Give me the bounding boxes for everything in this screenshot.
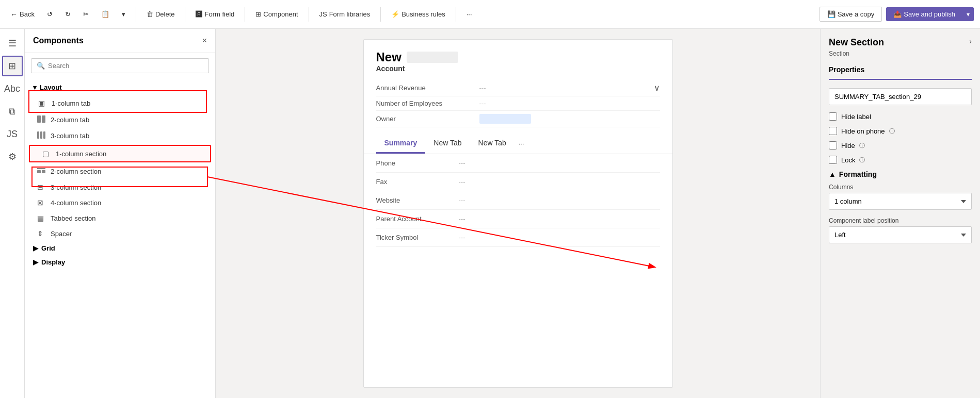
phone-label: Phone: [376, 159, 459, 167]
display-collapse-icon: ▶: [33, 258, 38, 266]
columns-label: Columns: [829, 184, 972, 191]
redo-button[interactable]: ↻: [61, 8, 75, 20]
form-field-icon: 🅰: [196, 10, 202, 18]
hide-checkbox[interactable]: [829, 141, 837, 150]
cut-button[interactable]: ✂: [79, 8, 93, 20]
component-1col-section[interactable]: ▢ 1-column section: [29, 145, 211, 162]
svg-rect-5: [37, 168, 45, 169]
section-name-input[interactable]: [829, 88, 972, 105]
hide-info-icon: ⓘ: [859, 142, 865, 150]
form-libraries-button[interactable]: JS Form libraries: [315, 8, 375, 20]
tree-icon-button[interactable]: ⚙: [2, 146, 23, 167]
component-1col-tab[interactable]: ▣ 1-column tab: [25, 94, 215, 112]
3col-section-label: 3-column section: [51, 184, 101, 191]
1col-section-label: 1-column section: [56, 150, 106, 158]
save-publish-dropdown-button[interactable]: ▾: [962, 7, 974, 21]
owner-value: [479, 114, 531, 124]
js-icon-button[interactable]: JS: [2, 124, 23, 144]
components-panel: Components × 🔍 ▾ Layout ▣ 1-column tab: [25, 29, 216, 398]
svg-rect-7: [42, 170, 45, 173]
component-label-position-select[interactable]: Left Right Center: [829, 226, 972, 243]
svg-rect-2: [37, 131, 39, 139]
component-2col-section[interactable]: 2-column section: [25, 163, 215, 179]
form-field-owner: Owner: [376, 111, 660, 127]
business-rules-button[interactable]: ⚡ Business rules: [387, 8, 449, 20]
save-publish-icon: 📤: [893, 10, 902, 18]
prop-panel-title: New Section: [829, 37, 884, 48]
tabbed-section-icon: ▤: [37, 214, 46, 222]
hide-label-checkbox[interactable]: [829, 112, 837, 121]
separator: [136, 7, 136, 22]
search-icon: 🔍: [37, 62, 45, 70]
tab-summary[interactable]: Summary: [376, 134, 426, 154]
4col-section-icon: ⊠: [37, 198, 46, 207]
section-field-website: Website ---: [376, 191, 660, 210]
component-3col-tab[interactable]: 3-column tab: [25, 128, 215, 144]
columns-select[interactable]: 1 column 2 columns 3 columns: [829, 193, 972, 210]
layers-icon-button[interactable]: ⧉: [2, 101, 23, 122]
svg-rect-3: [40, 131, 42, 139]
dropdown-arrow-button[interactable]: ▾: [118, 8, 130, 20]
component-3col-section[interactable]: ⊟ 3-column section: [25, 179, 215, 195]
svg-rect-4: [43, 131, 45, 139]
component-button[interactable]: ⊞ Component: [251, 8, 302, 20]
hide-on-phone-text: Hide on phone: [841, 127, 885, 135]
save-publish-button[interactable]: 📤 Save and publish: [886, 7, 962, 21]
tab-new-tab-1[interactable]: New Tab: [425, 134, 470, 154]
employees-value: ---: [479, 100, 486, 107]
save-copy-icon: 💾: [827, 10, 836, 18]
section-field-parent-account: Parent Account ---: [376, 210, 660, 228]
expand-arrow-icon[interactable]: ∨: [654, 83, 660, 93]
form-field-employees: Number of Employees ---: [376, 96, 660, 111]
panel-close-button[interactable]: ×: [202, 36, 207, 45]
1col-section-icon: ▢: [42, 150, 52, 158]
2col-tab-label: 2-column tab: [51, 116, 89, 124]
3col-tab-icon: [37, 131, 46, 140]
parent-account-value: ---: [459, 215, 465, 223]
form-header-fields: Annual Revenue --- ∨ Number of Employees…: [364, 78, 672, 134]
component-4col-section[interactable]: ⊠ 4-column section: [25, 195, 215, 210]
hamburger-menu-button[interactable]: ☰: [2, 33, 23, 54]
1col-tab-icon: ▣: [38, 99, 47, 107]
paste-button[interactable]: 📋: [97, 8, 114, 20]
back-icon: ←: [10, 10, 18, 19]
component-spacer[interactable]: ⇕ Spacer: [25, 226, 215, 241]
parent-account-label: Parent Account: [376, 215, 459, 223]
lock-checkbox[interactable]: [829, 156, 837, 164]
lock-row: Lock ⓘ: [829, 156, 972, 164]
hide-on-phone-checkbox[interactable]: [829, 127, 837, 135]
form-field-button[interactable]: 🅰 Form field: [191, 8, 238, 20]
abc-icon-button[interactable]: Abc: [2, 78, 23, 99]
3col-section-icon: ⊟: [37, 183, 46, 191]
formatting-section-header[interactable]: ▲ Formatting: [829, 170, 972, 178]
icon-strip: ☰ ⊞ Abc ⧉ JS ⚙: [0, 29, 25, 398]
more-button[interactable]: ···: [462, 8, 476, 20]
4col-section-label: 4-column section: [51, 199, 101, 207]
components-icon-button[interactable]: ⊞: [2, 56, 23, 76]
tab-new-tab-2[interactable]: New Tab: [470, 134, 515, 154]
grid-section-header[interactable]: ▶ Grid: [25, 241, 215, 255]
hide-label-row: Hide label: [829, 112, 972, 121]
hide-row: Hide ⓘ: [829, 141, 972, 150]
components-list: ▾ Layout ▣ 1-column tab 2-column tab: [25, 78, 215, 398]
business-rules-icon: ⚡: [391, 10, 399, 18]
paste-icon: 📋: [101, 10, 109, 18]
component-2col-tab[interactable]: 2-column tab: [25, 112, 215, 128]
toolbar: ← Back ↺ ↻ ✂ 📋 ▾ 🗑 Delete 🅰 Form field ⊞…: [0, 0, 980, 29]
form-preview: New Account Annual Revenue --- ∨ Number …: [363, 39, 673, 388]
main-layout: ☰ ⊞ Abc ⧉ JS ⚙ Components × 🔍 ▾ Layout ▣…: [0, 29, 980, 398]
layout-section-header[interactable]: ▾ Layout: [25, 80, 215, 94]
panel-header: Components ×: [25, 29, 215, 53]
search-input[interactable]: [48, 62, 203, 70]
back-button[interactable]: ← Back: [6, 8, 39, 21]
tabs-more-button[interactable]: ···: [515, 135, 528, 153]
prop-panel-expand-button[interactable]: ›: [969, 37, 972, 45]
delete-button[interactable]: 🗑 Delete: [142, 8, 179, 20]
component-tabbed-section[interactable]: ▤ Tabbed section: [25, 210, 215, 226]
save-copy-button[interactable]: 💾 Save a copy: [820, 7, 882, 22]
lock-text: Lock: [841, 156, 855, 164]
display-section-header[interactable]: ▶ Display: [25, 255, 215, 269]
spacer-label: Spacer: [51, 230, 72, 238]
display-section-label: Display: [41, 258, 65, 266]
undo-button[interactable]: ↺: [43, 8, 57, 20]
